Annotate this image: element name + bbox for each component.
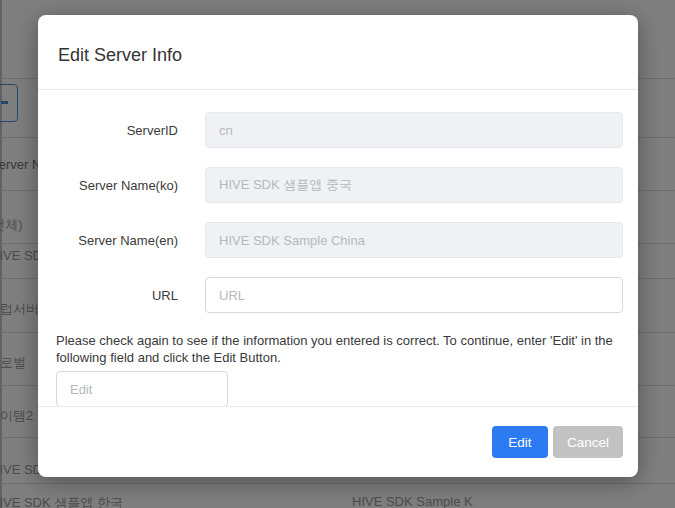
confirm-edit-input[interactable]	[56, 371, 228, 407]
field-row-server-id: ServerID	[38, 112, 638, 148]
server-name-ko-label: Server Name(ko)	[38, 178, 178, 193]
modal-title: Edit Server Info	[58, 45, 182, 66]
cancel-button[interactable]: Cancel	[553, 426, 623, 458]
field-row-server-name-en: Server Name(en)	[38, 222, 638, 258]
modal-footer: Edit Cancel	[38, 406, 638, 477]
url-input[interactable]	[205, 277, 623, 313]
modal-header: Edit Server Info	[38, 15, 638, 90]
confirm-message: Please check again to see if the informa…	[56, 332, 622, 366]
edit-server-info-modal: Edit Server Info ServerID Server Name(ko…	[38, 15, 638, 477]
server-id-label: ServerID	[38, 123, 178, 138]
field-row-server-name-ko: Server Name(ko)	[38, 167, 638, 203]
server-name-ko-input	[205, 167, 623, 203]
server-name-en-input	[205, 222, 623, 258]
edit-button[interactable]: Edit	[492, 426, 548, 458]
modal-body: ServerID Server Name(ko) Server Name(en)…	[38, 90, 638, 407]
screen: Server Name (전체) HIVE SDK 샘플앱 유럽서버 글로벌 아…	[0, 0, 675, 508]
server-id-input	[205, 112, 623, 148]
url-label: URL	[38, 288, 178, 303]
server-name-en-label: Server Name(en)	[38, 233, 178, 248]
field-row-url: URL	[38, 277, 638, 313]
